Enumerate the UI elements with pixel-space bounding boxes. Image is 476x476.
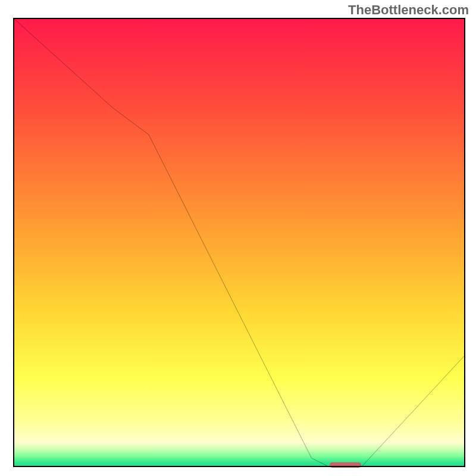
watermark-text: TheBottleneck.com [348, 2, 469, 18]
svg-rect-0 [13, 18, 465, 467]
bottleneck-chart: TheBottleneck.com [0, 0, 476, 476]
plot-area [13, 18, 465, 467]
gradient-background [13, 18, 465, 467]
bottleneck-marker [330, 462, 361, 468]
